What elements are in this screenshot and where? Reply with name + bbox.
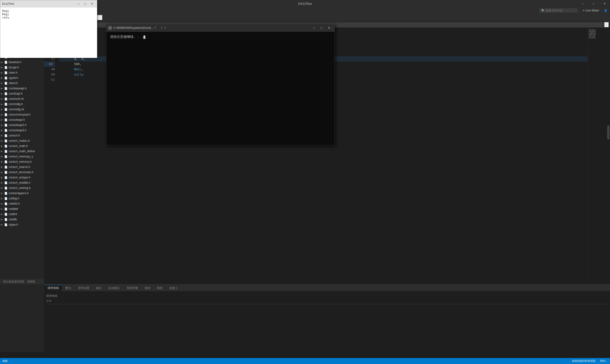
dx12-titlebar: Dx12Test ─ □ ✕	[0, 0, 97, 7]
search-icon: 🔍	[541, 9, 545, 12]
tab-modules[interactable]: 模块	[154, 285, 166, 291]
sidebar-file-item[interactable]: ▶📄cderr.h	[0, 70, 44, 75]
file-name: consoleapi.h	[9, 118, 25, 121]
terminal-tab-label: C:\WINDOWS\system32\cmd...	[113, 26, 153, 29]
sidebar-file-item[interactable]: ▶📄consoleapi.h	[0, 117, 44, 122]
file-name: commdlg.h	[9, 103, 23, 106]
terminal-close[interactable]: ✕	[325, 25, 333, 31]
sidebar-file-list: ▶📄apiset.h▶📄apisetconv.h▶📄arm_neon.h▶📄ar…	[0, 28, 44, 227]
file-name: corecrt_wctype.h	[9, 176, 30, 179]
terminal-content[interactable]: 请按任意键继续. . .	[106, 32, 335, 145]
sidebar-file-item[interactable]: ▶📄corecrt_malloc.h	[0, 138, 44, 143]
file-icon: 📄	[4, 197, 8, 200]
sidebar-file-item[interactable]: ▶📄commdlg.h	[0, 102, 44, 107]
sidebar-file-item[interactable]: ▶📄basetsd.h	[0, 60, 44, 65]
sidebar-file-item[interactable]: ▶📄corewrappers.h	[0, 191, 44, 196]
sidebar-file-item[interactable]: ▶📄corecrt_math_define	[0, 149, 44, 154]
sidebar-file-item[interactable]: ▶📄cguid.h	[0, 75, 44, 80]
sidebar-file-item[interactable]: ▶📄corecrt_terminate.h	[0, 169, 44, 175]
liveshare-button[interactable]: ↗ Live Share	[580, 7, 601, 14]
status-extra[interactable]: 阿河...	[598, 359, 610, 363]
liveshare-label: Live Share	[585, 9, 599, 12]
search-input[interactable]	[546, 9, 576, 12]
titlebar-controls: ─ □ ✕	[577, 0, 610, 7]
sidebar-file-item[interactable]: ▶📄commdlg.inl	[0, 107, 44, 112]
dx12-restore[interactable]: □	[82, 1, 88, 6]
expand-arrow: ▶	[1, 61, 4, 63]
search-box[interactable]: 🔍	[539, 8, 578, 13]
tab-locals[interactable]: 局部变量	[123, 285, 141, 291]
sidebar-file-item[interactable]: ▶📄cstdint	[0, 211, 44, 217]
bottom-panel: 调用堆栈 断点 异常设置 输出 自动窗口 局部变量 线程 模块 监视 1 调用堆…	[44, 284, 610, 358]
expand-arrow: ▶	[1, 119, 4, 121]
sidebar-file-item[interactable]: ▶📄corecrt_wstring.h	[0, 185, 44, 191]
tab-watch1[interactable]: 监视 1	[166, 285, 181, 291]
sidebar-file-item[interactable]: ▶📄corecrt_search.h	[0, 164, 44, 169]
file-name: concurrencysal.h	[9, 113, 30, 116]
sidebar-file-item[interactable]: ▶📄bcrypt.h	[0, 65, 44, 70]
scrollbar-thumb[interactable]	[607, 125, 610, 140]
expand-arrow: ▶	[1, 171, 4, 173]
sidebar-file-item[interactable]: ▶📄corecrt.h	[0, 133, 44, 138]
dx12-close[interactable]: ✕	[89, 1, 95, 6]
user-icon[interactable]: 👤	[601, 7, 610, 14]
tab-threads[interactable]: 线程	[141, 285, 154, 291]
sidebar-file-item[interactable]: ▶📄consoleapi2.h	[0, 122, 44, 128]
restore-button[interactable]: □	[588, 0, 599, 7]
bottom-tab-bar: 调用堆栈 断点 异常设置 输出 自动窗口 局部变量 线程 模块 监视 1	[44, 285, 610, 291]
sidebar-file-item[interactable]: ▶📄corecrt_memcpy_s.	[0, 154, 44, 159]
expand-arrow: ▶	[1, 77, 4, 79]
dx12-minimize[interactable]: ─	[76, 1, 82, 6]
sidebar-file-item[interactable]: ▶📄corecrt_wctype.h	[0, 175, 44, 180]
terminal-minimize[interactable]: ─	[310, 25, 317, 31]
close-ide-button[interactable]: ✕	[599, 0, 610, 7]
tab-autos[interactable]: 自动窗口	[105, 285, 123, 291]
sidebar-file-item[interactable]: ▶📄concurrencysal.h	[0, 112, 44, 117]
line-49: 49	[51, 67, 55, 72]
expand-arrow: ▶	[1, 134, 4, 137]
expand-arrow: ▶	[1, 155, 4, 158]
sidebar-file-item[interactable]: ▶📄commctrl.rh	[0, 96, 44, 102]
sidebar-tab-class[interactable]: 类视图	[26, 280, 37, 284]
terminal-restore[interactable]: □	[318, 25, 325, 31]
file-name: consoleapi2.h	[9, 123, 26, 127]
file-icon: 📄	[4, 202, 8, 205]
terminal-add-tab[interactable]: ＋	[160, 26, 163, 30]
terminal-text: 请按任意键继续. . .	[110, 35, 143, 39]
expand-arrow: ▶	[1, 161, 4, 163]
expand-arrow: ▶	[1, 108, 4, 111]
sidebar-file-item[interactable]: ▶📄cstddef	[0, 206, 44, 211]
tab-breakpoints[interactable]: 断点	[62, 285, 75, 291]
tab-exceptions[interactable]: 异常设置	[75, 285, 93, 291]
sidebar-file-item[interactable]: ▶📄consoleapi3.h	[0, 128, 44, 133]
sidebar-file-item[interactable]: ▶📄client.h	[0, 80, 44, 86]
sidebar-file-item[interactable]: ▶📄ctype.h	[0, 222, 44, 227]
status-ready[interactable]: 就绪	[0, 358, 10, 364]
expand-arrow: ▶	[1, 113, 4, 116]
toolbar-breakpoint[interactable]: ⊙	[97, 15, 103, 21]
file-icon: 📄	[4, 66, 8, 69]
toolbar2-go[interactable]: ▾	[604, 22, 609, 28]
expand-arrow: ▶	[1, 187, 4, 189]
file-icon: 📄	[4, 134, 8, 137]
sidebar-tab-solution[interactable]: 新方案资源管理器	[2, 280, 26, 284]
file-name: corecrt_math_define	[9, 150, 35, 153]
minimize-button[interactable]: ─	[577, 0, 588, 7]
expand-arrow: ▶	[1, 87, 4, 90]
sidebar-file-item[interactable]: ▶📄combaseapi.h	[0, 86, 44, 91]
sidebar-file-item[interactable]: ▶📄coml2api.h	[0, 91, 44, 96]
sidebar-file-item[interactable]: ▶📄crtdefs.h	[0, 201, 44, 206]
file-icon: 📄	[4, 155, 8, 158]
tab-output[interactable]: 输出	[93, 285, 105, 291]
terminal-dropdown-icon[interactable]: ▾	[164, 26, 166, 29]
sidebar-file-item[interactable]: ▶📄corecrt_memory.h	[0, 159, 44, 164]
status-source-control[interactable]: 添加到源代码管理器	[570, 359, 598, 363]
sidebar-file-item[interactable]: ▶📄corecrt_math.h	[0, 143, 44, 149]
file-name: corecrt_malloc.h	[9, 139, 30, 143]
sidebar-file-item[interactable]: ▶📄crtdbg.h	[0, 196, 44, 201]
sidebar-file-item[interactable]: ▶📄corecrt_wstdlib.h	[0, 180, 44, 185]
terminal-close-tab[interactable]: ✕	[154, 26, 156, 29]
sidebar-file-item[interactable]: ▶📄cstdlib	[0, 217, 44, 222]
file-name: bcrypt.h	[9, 66, 19, 69]
tab-callstack[interactable]: 调用堆栈	[44, 285, 62, 291]
